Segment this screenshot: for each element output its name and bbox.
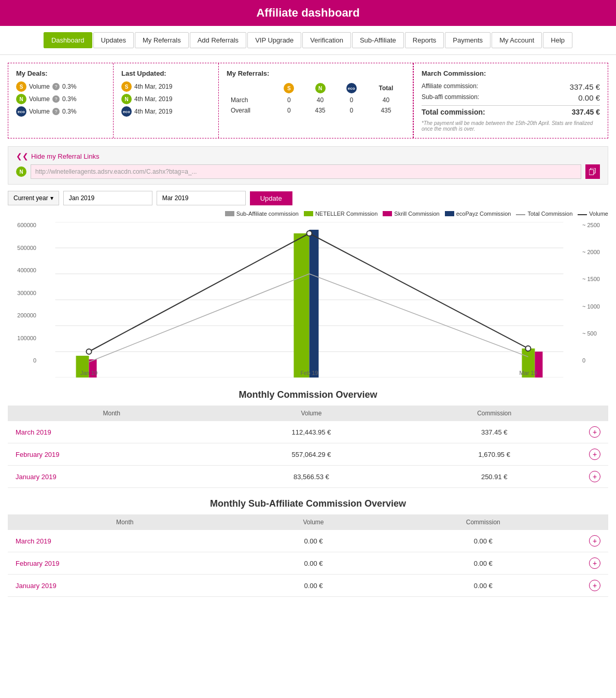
- ref-month-overall: Overall: [227, 105, 273, 116]
- date-to-input[interactable]: [157, 191, 246, 205]
- help-icon-eco[interactable]: ?: [52, 108, 60, 115]
- chart-container: 600000 500000 400000 300000 200000 10000…: [8, 222, 608, 379]
- ref-march-total: 40: [367, 95, 405, 105]
- dropdown-chevron-icon: ▾: [50, 194, 53, 202]
- sa-expand-button-march[interactable]: +: [589, 535, 600, 547]
- y-left-300000: 300000: [17, 290, 36, 296]
- nav-verification[interactable]: Verification: [302, 32, 351, 48]
- legend-label-volume: Volume: [589, 211, 608, 217]
- deal-icon-s: S: [16, 81, 26, 92]
- nav-help[interactable]: Help: [543, 32, 572, 48]
- ref-overall-s: 0: [273, 105, 304, 116]
- deal-icon-eco: eco: [16, 106, 26, 117]
- y-right-500: ~ 500: [582, 330, 597, 337]
- x-label-feb: Feb 19: [300, 370, 318, 376]
- ref-month-march: March: [227, 95, 273, 105]
- page-title: Affiliate dashboard: [6, 6, 610, 20]
- sa-expand-jan[interactable]: +: [581, 575, 608, 597]
- y-right-1000: ~ 1000: [582, 303, 600, 310]
- y-right-2500: ~ 2500: [582, 222, 600, 228]
- legend-label-neteller: NETELLER Commission: [315, 211, 377, 217]
- y-right-1500: ~ 1500: [582, 276, 600, 282]
- volume-dot-mar: [526, 346, 531, 351]
- sa-header-commission: Commission: [385, 514, 581, 530]
- updated-icon-eco: eco: [121, 106, 132, 117]
- monthly-commission-title: Monthly Commission Overview: [8, 389, 608, 400]
- mc-volume-jan: 83,566.53 €: [215, 466, 407, 488]
- x-label-mar: Mar 19: [519, 370, 537, 376]
- deal-label-n: Volume: [29, 95, 50, 103]
- legend-color-neteller: [304, 211, 313, 216]
- sa-expand-button-jan[interactable]: +: [589, 580, 600, 591]
- sa-month-march: March 2019: [8, 530, 242, 552]
- hide-referral-links[interactable]: ❮❮ Hide my Referral Links: [16, 152, 600, 160]
- nav-my-referrals[interactable]: My Referrals: [135, 32, 189, 48]
- mc-expand-feb[interactable]: +: [581, 443, 608, 466]
- y-left-400000: 400000: [17, 267, 36, 273]
- date-from-input[interactable]: [63, 191, 152, 205]
- y-left-500000: 500000: [17, 245, 36, 251]
- navigation: Dashboard Updates My Referrals Add Refer…: [0, 26, 616, 55]
- volume-dot-jan: [87, 349, 92, 354]
- help-icon-s[interactable]: ?: [52, 83, 60, 90]
- nav-dashboard[interactable]: Dashboard: [44, 32, 92, 48]
- sa-expand-button-feb[interactable]: +: [589, 557, 600, 569]
- sa-commission-jan: 0.00 €: [385, 575, 581, 597]
- monthly-commission-table: Month Volume Commission March 2019 112,4…: [8, 406, 608, 488]
- sa-expand-march[interactable]: +: [581, 530, 608, 552]
- nav-payments[interactable]: Payments: [445, 32, 491, 48]
- sa-month-feb: February 2019: [8, 552, 242, 575]
- mc-commission-jan: 250.91 €: [407, 466, 581, 488]
- nav-reports[interactable]: Reports: [405, 32, 444, 48]
- deal-percent-eco: 0.3%: [62, 108, 76, 115]
- x-label-jan: Jan 19: [80, 370, 97, 376]
- updated-row-n: N 4th Mar, 2019: [121, 94, 211, 104]
- bar-feb-neteller: [294, 233, 310, 378]
- mc-expand-jan[interactable]: +: [581, 466, 608, 488]
- nav-my-account[interactable]: My Account: [492, 32, 542, 48]
- updated-row-s: S 4th Mar, 2019: [121, 81, 211, 92]
- legend-label-ecopayz: ecoPayz Commission: [456, 211, 511, 217]
- expand-button-feb[interactable]: +: [589, 449, 600, 460]
- copy-link-button[interactable]: [585, 164, 600, 179]
- deal-label-eco: Volume: [29, 108, 50, 115]
- chevron-icon: ❮❮: [16, 152, 29, 160]
- nav-sub-affiliate[interactable]: Sub-Affiliate: [352, 32, 404, 48]
- referral-url-input[interactable]: [31, 164, 581, 179]
- commission-note: *The payment will be made between the 15…: [422, 120, 600, 132]
- total-commission-label: Total commission:: [422, 108, 485, 116]
- bar-feb-ecopayz: [310, 230, 319, 378]
- updated-date-n: 4th Mar, 2019: [134, 95, 172, 103]
- mc-header-month: Month: [8, 406, 215, 421]
- nav-updates[interactable]: Updates: [93, 32, 134, 48]
- mc-month-feb: February 2019: [8, 443, 215, 466]
- expand-button-march[interactable]: +: [589, 426, 600, 438]
- y-left-100000: 100000: [17, 335, 36, 341]
- legend-color-skrill: [383, 211, 392, 216]
- nav-add-referrals[interactable]: Add Referrals: [190, 32, 246, 48]
- affiliate-commission-label: Affiliate commission:: [422, 82, 478, 91]
- ref-header-total: Total: [367, 81, 405, 95]
- expand-button-jan[interactable]: +: [589, 471, 600, 482]
- help-icon-n[interactable]: ?: [52, 95, 60, 103]
- copy-icon: [589, 168, 596, 175]
- legend-color-ecopayz: [445, 211, 454, 216]
- page-header: Affiliate dashboard: [0, 0, 616, 26]
- ref-header-s: S: [284, 83, 294, 93]
- period-dropdown[interactable]: Current year ▾: [8, 191, 59, 205]
- hide-referral-label: Hide my Referral Links: [31, 152, 100, 160]
- deal-label-s: Volume: [29, 83, 50, 90]
- mc-volume-feb: 557,064.29 €: [215, 443, 407, 466]
- ref-overall-eco: 0: [336, 105, 367, 116]
- updated-date-eco: 4th Mar, 2019: [134, 108, 172, 115]
- mc-volume-march: 112,443.95 €: [215, 421, 407, 443]
- sa-commission-feb: 0.00 €: [385, 552, 581, 575]
- update-button[interactable]: Update: [250, 191, 292, 205]
- nav-vip-upgrade[interactable]: VIP Upgrade: [247, 32, 301, 48]
- mc-expand-march[interactable]: +: [581, 421, 608, 443]
- subaffi-commission-row: Sub-affi commission: 0.00 €: [422, 92, 600, 103]
- ref-march-n: 40: [304, 95, 335, 105]
- sa-expand-feb[interactable]: +: [581, 552, 608, 575]
- sa-row-jan: January 2019 0.00 € 0.00 € +: [8, 575, 608, 597]
- ref-header-eco: eco: [346, 83, 357, 93]
